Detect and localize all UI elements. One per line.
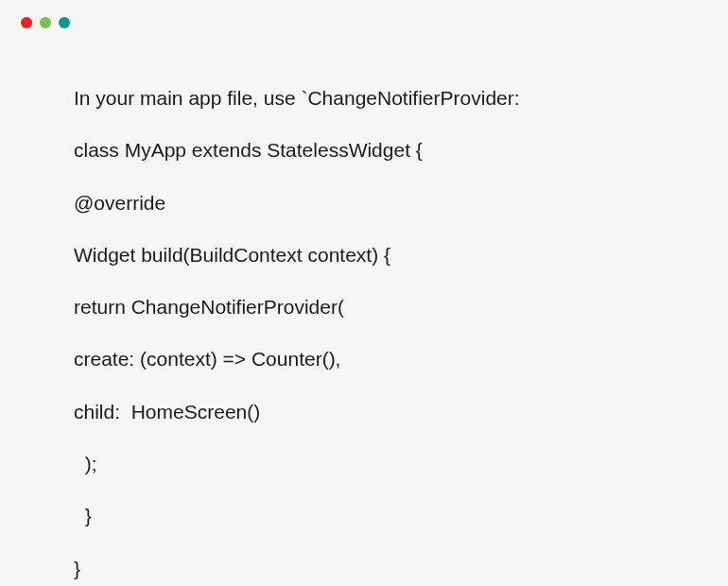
code-line: class MyApp extends StatelessWidget {: [74, 137, 728, 163]
code-line: }: [74, 503, 728, 528]
code-line: @override: [74, 190, 728, 215]
code-line: child: HomeScreen(): [74, 399, 728, 424]
code-line: Widget build(BuildContext context) {: [74, 242, 728, 267]
code-line: In your main app file, use `ChangeNotifi…: [74, 85, 728, 111]
window-controls: [0, 0, 728, 28]
code-line: );: [74, 451, 728, 476]
code-line: }: [74, 556, 728, 581]
code-line: create: (context) => Counter(),: [74, 346, 728, 371]
code-block: In your main app file, use `ChangeNotifi…: [0, 28, 728, 581]
code-line: return ChangeNotifierProvider(: [74, 294, 728, 319]
minimize-window-icon: [40, 17, 51, 28]
maximize-window-icon: [59, 17, 70, 28]
close-window-icon: [21, 17, 32, 28]
